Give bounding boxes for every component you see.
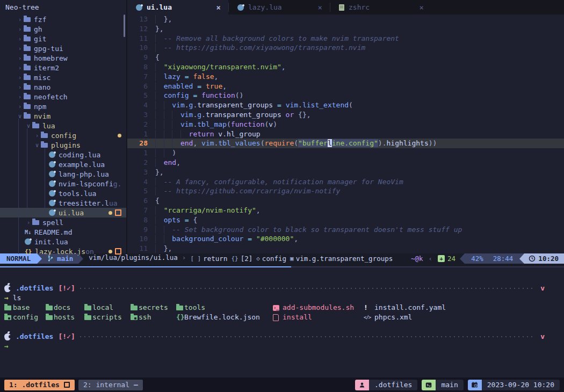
neo-tree-sidebar[interactable]: Neo-tree ›fzf›gh›git›gpg-tui›homebrew›it… (0, 0, 127, 253)
breadcrumb-label: [2] (241, 255, 253, 263)
line-number: 3 (127, 110, 148, 120)
code-token: transparent_groups (206, 111, 281, 119)
tree-item-iterm2[interactable]: ›iterm2 (0, 63, 126, 72)
document-icon (339, 4, 344, 11)
tree-item-ui-lua[interactable]: ui.lua (0, 208, 126, 217)
tree-item-homebrew[interactable]: ›homebrew (0, 53, 126, 63)
code-line-content: -- Set background color to black so tran… (155, 225, 462, 235)
tree-item-fzf[interactable]: ›fzf (0, 14, 126, 24)
folder-icon (46, 315, 53, 320)
tab-ui-lua[interactable]: ui.lua× (127, 0, 228, 14)
prompt-filler-dots (80, 288, 536, 289)
breadcrumb-kind-icon: ◇ (256, 255, 260, 262)
tree-item-config[interactable]: ›config (0, 130, 126, 140)
tmux-window-inactive[interactable]: 2: internal– (78, 380, 143, 390)
line-number: 8 (127, 62, 148, 72)
prompt-line: .dotfiles [!✓] v (0, 284, 564, 293)
ls-item-icon (4, 313, 11, 322)
code-line: 1return v.hl_group (127, 129, 564, 139)
tree-indent-guide (18, 119, 19, 254)
tree-item-example-lua[interactable]: example.lua (0, 159, 126, 169)
tmux-window-label: 2: internal (83, 381, 129, 389)
tree-item-npm[interactable]: ›npm (0, 101, 126, 111)
code-token: -- A fancy, configurable, notification m… (164, 178, 403, 186)
code-token: function (231, 120, 265, 128)
tree-item-nvim[interactable]: ∨nvim (0, 111, 126, 121)
sidebar-scrollbar[interactable] (124, 14, 125, 37)
close-icon[interactable]: × (420, 3, 424, 12)
code-line: 5-- https://github.com/rcarriga/nvim-not… (127, 186, 564, 196)
indent-guide (155, 14, 164, 24)
folder-icon (24, 37, 31, 41)
tree-item-coding-lua[interactable]: coding.lua (0, 150, 126, 159)
line-number: 3 (127, 168, 148, 177)
tree-item-nano[interactable]: ›nano (0, 82, 126, 92)
chevron-right-icon: › (16, 64, 24, 71)
git-status-flags: [!✓] (58, 284, 75, 293)
line-number: 4 (127, 177, 148, 187)
tree-item-nvim-lspconfi[interactable]: nvim-lspconfig. (0, 179, 126, 188)
tab-label: zshrc (349, 3, 370, 11)
tmux-window-active[interactable]: 1: .dotfiles (4, 380, 75, 390)
tree-item-readme-md[interactable]: M↓README.md (0, 227, 126, 237)
code-token: ( (294, 139, 298, 147)
code-token: tbl_map (197, 120, 227, 128)
ls-item-hosts: hosts (54, 313, 75, 322)
tree-item-neofetch[interactable]: ›neofetch (0, 92, 126, 101)
line-number: 7 (127, 72, 148, 82)
ls-item-icon: {} (176, 313, 185, 322)
ls-item-icon (4, 303, 11, 313)
indent-guide (155, 34, 164, 43)
code-token: v (269, 120, 273, 128)
indent-guide (155, 110, 164, 120)
lua-file-icon (49, 151, 55, 158)
command-line-empty[interactable]: → (0, 342, 564, 351)
powerline-sep (460, 253, 465, 264)
chevron-right-icon: › (25, 219, 32, 226)
ls-output-row: basedocslocalsecretstools›_add-submodule… (0, 303, 564, 313)
tree-item-lazy-lock-js[interactable]: {}lazy-lock.json (0, 246, 126, 256)
indent-guide (155, 186, 164, 196)
close-icon[interactable]: × (216, 3, 221, 12)
tree-item-misc[interactable]: ›misc (0, 72, 126, 82)
tree-item-treesitter-l[interactable]: treesitter.lua (0, 198, 126, 208)
indent-guide (155, 139, 164, 148)
tree-item-plugins[interactable]: ∨plugins (0, 140, 126, 150)
tree-item-gpg-tui[interactable]: ›gpg-tui (0, 43, 126, 53)
tree-item-tools-lua[interactable]: tools.lua (0, 188, 126, 198)
tree-item-label: nano (34, 83, 50, 91)
braces-icon: {} (176, 313, 185, 322)
code-token: -- https://github.com/rcarriga/nvim-noti… (164, 187, 341, 195)
tree-item-init-lua[interactable]: init.lua (0, 237, 126, 246)
prompt-right-indicator: v (540, 284, 545, 293)
tree-item-label-truncated: g. (113, 180, 122, 188)
tree-item-git[interactable]: ›git (0, 34, 126, 43)
tree-item-lua[interactable]: ∨lua (0, 121, 126, 130)
ls-item-install: install (283, 313, 312, 322)
tmux-datetime-pill: 2023-09-20 10:20 (468, 380, 560, 390)
tab-zshrc[interactable]: zshrc× (330, 0, 431, 14)
pane-separator-inactive (291, 266, 564, 267)
code-token: = (273, 101, 285, 109)
code-line-current: 28end, vim.tbl_values(require("bufferlin… (127, 139, 564, 148)
tree-indent-guide (27, 128, 27, 215)
modified-dot-icon (109, 250, 112, 253)
shell-pane[interactable]: .dotfiles [!✓] v → ls basedocslocalsecre… (0, 267, 564, 392)
ls-item-config: config (13, 313, 38, 322)
code-token: , (222, 82, 227, 90)
code-line: 9{ (127, 53, 564, 62)
close-icon[interactable]: × (318, 3, 322, 12)
tree-item-gh[interactable]: ›gh (0, 24, 126, 34)
code-line-content: return v.hl_group (155, 129, 261, 139)
tree-item-lang-php-lua[interactable]: lang-php.lua (0, 169, 126, 179)
editor-buffer[interactable]: 13},12},11-- Remove all background color… (127, 14, 564, 253)
file-tree: ›fzf›gh›git›gpg-tui›homebrew›iterm2›misc… (0, 14, 126, 256)
code-token: , (294, 235, 298, 243)
ls-item-icon: </> (364, 313, 371, 322)
tab-lazy-lua[interactable]: lazy.lua× (229, 0, 330, 14)
ls-item-icon (46, 313, 53, 322)
code-line-content: vim.tbl_map(function(v) (155, 120, 277, 129)
git-status-marks (109, 209, 126, 216)
pane-separator (0, 264, 564, 267)
tree-item-spell[interactable]: ›spell (0, 217, 126, 227)
